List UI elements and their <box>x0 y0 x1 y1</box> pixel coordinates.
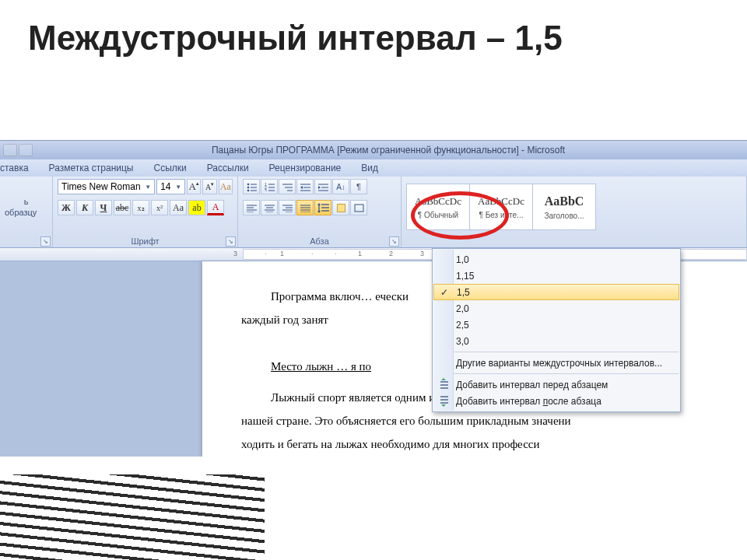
font-group: Times New Roman▼ 14▼ A▴ A▾ Aa Ж К Ч abc … <box>53 177 238 247</box>
titlebar: Пацаны Югры ПРОГРАММА [Режим ограниченно… <box>0 141 747 159</box>
format-painter-button[interactable]: образцу <box>5 208 37 217</box>
font-group-label: Шрифт <box>58 235 233 247</box>
numbering-button[interactable]: 123 <box>261 179 278 194</box>
svg-text:3: 3 <box>265 188 267 191</box>
clear-formatting-button[interactable]: Aa <box>219 179 233 194</box>
strikethrough-button[interactable]: abc <box>114 200 131 215</box>
svg-point-0 <box>247 183 249 185</box>
add-space-after-paragraph[interactable]: Добавить интервал после абзаца <box>433 393 680 409</box>
style-gallery: AaBbCcDc ¶ Обычный AaBbCcDc ¶ Без инте..… <box>406 184 595 230</box>
style-heading1[interactable]: AaBbC Заголово... <box>532 184 596 230</box>
justify-button[interactable] <box>296 200 314 215</box>
slide-title: Междустрочный интервал – 1,5 <box>0 0 747 57</box>
qat-save-button[interactable] <box>3 144 17 156</box>
line-spacing-options-more[interactable]: Другие варианты междустрочных интервалов… <box>433 355 680 371</box>
shading-button[interactable] <box>332 200 349 215</box>
styles-group: AaBbCcDc ¶ Обычный AaBbCcDc ¶ Без инте..… <box>402 177 747 247</box>
show-marks-button[interactable]: ¶ <box>350 179 367 194</box>
word-window: Пацаны Югры ПРОГРАММА [Режим ограниченно… <box>0 140 747 457</box>
italic-button[interactable]: К <box>76 200 93 215</box>
borders-button[interactable] <box>350 200 367 215</box>
change-case-button[interactable]: Aa <box>170 200 187 215</box>
ribbon-tabs: ставка Разметка страницы Ссылки Рассылки… <box>0 159 747 177</box>
chevron-down-icon: ▼ <box>145 184 151 191</box>
line-spacing-option-2-0[interactable]: 2,0 <box>433 300 680 317</box>
line-spacing-dropdown: 1,0 1,15 ✓1,5 2,0 2,5 3,0 Другие вариант… <box>432 248 681 412</box>
font-name-combo[interactable]: Times New Roman▼ <box>58 179 155 194</box>
align-left-button[interactable] <box>243 200 260 215</box>
subscript-button[interactable]: x₂ <box>132 200 149 215</box>
superscript-button[interactable]: x² <box>151 200 168 215</box>
svg-marker-22 <box>318 186 321 189</box>
slide-decoration <box>0 474 265 560</box>
tab-insert[interactable]: ставка <box>0 163 29 173</box>
align-center-button[interactable] <box>261 200 278 215</box>
style-no-spacing[interactable]: AaBbCcDc ¶ Без инте... <box>469 184 533 230</box>
svg-marker-53 <box>441 404 446 407</box>
multilevel-list-button[interactable] <box>279 179 296 194</box>
grow-font-button[interactable]: A▴ <box>187 179 201 194</box>
svg-rect-45 <box>355 205 363 212</box>
qat-dropdown-button[interactable] <box>19 144 33 156</box>
tab-references[interactable]: Ссылки <box>153 163 186 173</box>
space-after-icon <box>437 394 450 407</box>
add-space-before-paragraph[interactable]: ДДобавить интервал перед абзацемобавить … <box>433 376 680 393</box>
ribbon: ь образцу ↘ Times New Roman▼ 14▼ A▴ A▾ A… <box>0 177 747 248</box>
paragraph-dialog-launcher[interactable]: ↘ <box>389 236 399 247</box>
line-spacing-option-2-5[interactable]: 2,5 <box>433 317 680 333</box>
doc-paragraph: ходить и бегать на лыжах необходимо для … <box>241 432 747 456</box>
align-right-button[interactable] <box>279 200 296 215</box>
paragraph-group-label: Абза <box>243 235 396 247</box>
font-dialog-launcher[interactable]: ↘ <box>226 236 236 247</box>
tab-mailings[interactable]: Рассылки <box>207 163 249 173</box>
svg-point-2 <box>247 186 249 188</box>
styles-group-label <box>406 235 742 247</box>
tab-page-layout[interactable]: Разметка страницы <box>49 163 134 173</box>
line-spacing-option-1-0[interactable]: 1,0 <box>433 251 680 268</box>
chevron-down-icon: ▼ <box>175 184 181 191</box>
style-normal[interactable]: AaBbCcDc ¶ Обычный <box>406 184 470 230</box>
line-spacing-option-1-5[interactable]: ✓1,5 <box>433 284 679 300</box>
tab-review[interactable]: Рецензирование <box>269 163 342 173</box>
bullets-button[interactable] <box>243 179 260 194</box>
line-spacing-button[interactable] <box>314 200 331 215</box>
clipboard-dialog-launcher[interactable]: ↘ <box>40 236 51 247</box>
decrease-indent-button[interactable] <box>296 179 314 194</box>
paragraph-group: 123 A↓ ¶ Абза ↘ <box>238 177 402 247</box>
line-spacing-option-3-0[interactable]: 3,0 <box>433 333 680 349</box>
tab-view[interactable]: Вид <box>361 163 378 173</box>
line-spacing-option-1-15[interactable]: 1,15 <box>433 268 680 284</box>
space-before-icon <box>437 378 450 390</box>
document-area: 3 · 1 · · 1 2 3 Программа включ… ечески … <box>0 248 747 457</box>
font-color-button[interactable]: A <box>207 200 224 215</box>
svg-marker-18 <box>300 186 303 189</box>
shrink-font-button[interactable]: A▾ <box>202 179 216 194</box>
svg-point-4 <box>247 189 249 191</box>
font-size-combo[interactable]: 14▼ <box>156 179 185 194</box>
quick-access-toolbar <box>3 144 33 156</box>
bold-button[interactable]: Ж <box>58 200 75 215</box>
underline-button[interactable]: Ч <box>95 200 112 215</box>
increase-indent-button[interactable] <box>314 179 331 194</box>
highlight-button[interactable]: ab <box>188 200 205 215</box>
paste-button[interactable]: ь <box>5 197 47 206</box>
window-title: Пацаны Югры ПРОГРАММА [Режим ограниченно… <box>33 145 744 156</box>
svg-marker-49 <box>441 378 446 380</box>
sort-button[interactable]: A↓ <box>332 179 349 194</box>
check-icon: ✓ <box>440 287 448 298</box>
doc-paragraph: нашей стране. Это объясняется его больши… <box>241 409 747 432</box>
clipboard-group: ь образцу ↘ <box>0 177 53 247</box>
